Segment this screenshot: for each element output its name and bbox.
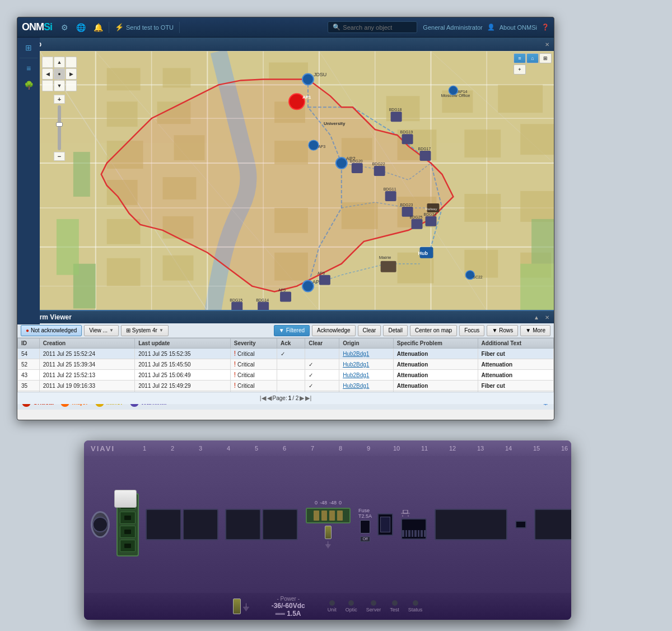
map-ctrl-layers[interactable]: ≡ bbox=[514, 53, 526, 63]
col-additional[interactable]: Additional Text bbox=[478, 338, 553, 349]
map-ctrl-home[interactable]: ⌂ bbox=[526, 53, 539, 63]
map-ctrl-extra[interactable]: ⊞ bbox=[539, 53, 552, 63]
page-last[interactable]: ▶| bbox=[305, 395, 311, 402]
map-panel[interactable]: ⠿ Map ✕ bbox=[17, 38, 554, 311]
sfp-slot-8[interactable] bbox=[262, 509, 298, 540]
settings-icon[interactable]: ⚙ bbox=[61, 23, 68, 32]
sfp-slot-9-10[interactable] bbox=[435, 509, 507, 540]
severity-icon: ! bbox=[234, 382, 236, 389]
hw-brand: VIAVI bbox=[91, 444, 115, 453]
power-label-row: 0 -48 -48 0 bbox=[315, 500, 342, 505]
more-btn[interactable]: ▼ More bbox=[520, 325, 550, 336]
globe-icon[interactable]: 🌐 bbox=[76, 23, 86, 32]
zoom-slider[interactable] bbox=[58, 105, 61, 150]
port-num-6: 6 bbox=[270, 445, 298, 452]
view-tab[interactable]: View ... ▼ bbox=[84, 325, 119, 336]
not-acknowledged-tab[interactable]: ● Not acknowledged bbox=[21, 325, 82, 336]
more-label: More bbox=[533, 327, 545, 333]
table-row[interactable]: 52 2011 Jul 25 15:39:34 2011 Jul 25 15:4… bbox=[18, 359, 554, 370]
nav-center[interactable]: ● bbox=[54, 68, 65, 80]
port-num-10: 10 bbox=[382, 445, 410, 452]
map-collapse-icon[interactable]: ✕ bbox=[545, 41, 549, 48]
alarm-close-icon[interactable]: ✕ bbox=[545, 314, 549, 321]
focus-btn[interactable]: Focus bbox=[459, 325, 484, 336]
nav-right[interactable]: ▶ bbox=[66, 68, 77, 80]
map-ctrl-row-2: + bbox=[514, 64, 552, 75]
table-row[interactable]: 35 2011 Jul 19 09:16:33 2011 Jul 22 15:4… bbox=[18, 381, 554, 391]
sidebar-icon-grid[interactable]: ⊞ bbox=[21, 40, 36, 55]
svg-text:Railway: Railway bbox=[426, 207, 437, 211]
acknowledge-btn[interactable]: Acknowledge bbox=[312, 325, 355, 336]
off-button-area[interactable]: Off bbox=[360, 536, 370, 542]
cell-origin: Hub2Bdg1 bbox=[339, 381, 394, 391]
rows-btn[interactable]: ▼ Rows bbox=[487, 325, 518, 336]
svg-rect-79 bbox=[426, 216, 437, 226]
page-prev[interactable]: ◀ bbox=[267, 395, 272, 402]
col-specific[interactable]: Specific Problem bbox=[393, 338, 478, 349]
sfp-slot-13-14[interactable] bbox=[534, 509, 571, 540]
zoom-in-btn[interactable]: + bbox=[54, 95, 65, 104]
center-map-btn[interactable]: Center on map bbox=[410, 325, 457, 336]
not-ack-dot: ● bbox=[26, 327, 29, 333]
rj45-pin-6 bbox=[418, 530, 420, 537]
alarm-expand-icon[interactable]: ▲ bbox=[534, 314, 539, 321]
col-severity[interactable]: Severity bbox=[230, 338, 277, 349]
severity-icon: ! bbox=[234, 360, 236, 368]
svg-text:BDG18: BDG18 bbox=[389, 108, 402, 112]
filter-icon: ▼ bbox=[279, 327, 284, 333]
usb-a-port[interactable] bbox=[377, 513, 393, 536]
cell-additional: Fiber cut bbox=[478, 381, 553, 391]
svg-point-99 bbox=[309, 140, 319, 150]
fuse-area: Fuse T2.5A Off bbox=[358, 508, 372, 542]
nav-topleft bbox=[42, 57, 53, 68]
page-next[interactable]: ▶ bbox=[300, 395, 304, 402]
fiber-port-2[interactable] bbox=[120, 512, 136, 524]
map-ctrl-expand[interactable]: + bbox=[514, 64, 526, 75]
bell-icon[interactable]: 🔔 bbox=[94, 23, 103, 32]
sfp-slot-7[interactable] bbox=[225, 509, 261, 540]
left-connector-inner bbox=[92, 517, 108, 532]
detail-btn[interactable]: Detail bbox=[383, 325, 408, 336]
nav-up[interactable]: ▲ bbox=[54, 57, 65, 68]
sidebar-icon-layers[interactable]: ≡ bbox=[21, 61, 36, 76]
cell-specific: Attenuation bbox=[393, 381, 478, 391]
led-optic bbox=[348, 600, 354, 606]
nav-left[interactable]: ◀ bbox=[42, 68, 53, 80]
indicator-unit: Unit bbox=[328, 600, 337, 613]
sidebar-divider-1 bbox=[20, 58, 38, 58]
clear-btn[interactable]: Clear bbox=[358, 325, 381, 336]
power-pin-3 bbox=[329, 511, 335, 521]
col-clear[interactable]: Clear bbox=[305, 338, 339, 349]
zoom-out-btn[interactable]: − bbox=[54, 152, 65, 161]
power-val-48b: -48 bbox=[329, 500, 337, 505]
fiber-port-3[interactable] bbox=[120, 526, 136, 538]
col-creation[interactable]: Creation bbox=[39, 338, 135, 349]
usb-micro-port[interactable] bbox=[515, 521, 526, 528]
sidebar-icon-tree[interactable]: 🌳 bbox=[21, 77, 36, 93]
usb-port-a[interactable] bbox=[377, 513, 393, 536]
send-test-area[interactable]: ⚡ Send test to OTU bbox=[115, 23, 174, 31]
map-container[interactable]: JDSU AP2 AP4 AP1 BDG18 BDG19 BDG17 BDG20 bbox=[40, 51, 554, 311]
about-label[interactable]: About ONMSi bbox=[500, 24, 537, 31]
power-label-bottom: - Power - bbox=[272, 596, 305, 602]
search-bar[interactable]: 🔍 bbox=[328, 21, 417, 33]
fiber-port-4[interactable] bbox=[120, 540, 136, 552]
col-id[interactable]: ID bbox=[18, 338, 40, 349]
search-input[interactable] bbox=[343, 24, 410, 31]
rj45-port[interactable] bbox=[401, 518, 427, 540]
send-test-label: Send test to OTU bbox=[126, 24, 174, 31]
filtered-btn[interactable]: ▼ Filtered bbox=[274, 325, 310, 336]
col-ack[interactable]: Ack bbox=[277, 338, 305, 349]
table-row[interactable]: 43 2011 Jul 22 15:52:13 2011 Jul 25 15:0… bbox=[18, 370, 554, 381]
table-row[interactable]: 54 2011 Jul 25 15:52:24 2011 Jul 25 15:5… bbox=[18, 349, 554, 359]
system-tab[interactable]: ⊞ System 4r ▼ bbox=[121, 325, 169, 336]
nav-down[interactable]: ▼ bbox=[54, 80, 65, 91]
col-last-update[interactable]: Last update bbox=[135, 338, 231, 349]
sfp-slot-6[interactable] bbox=[183, 509, 218, 540]
nav-botright bbox=[66, 80, 77, 91]
fuse-hole[interactable] bbox=[360, 520, 370, 533]
col-origin[interactable]: Origin bbox=[339, 338, 394, 349]
sfp-slot-5[interactable] bbox=[146, 509, 181, 540]
page-first[interactable]: |◀ bbox=[260, 395, 266, 402]
alarm-table-container[interactable]: ID Creation Last update Severity Ack Cle… bbox=[17, 338, 554, 394]
